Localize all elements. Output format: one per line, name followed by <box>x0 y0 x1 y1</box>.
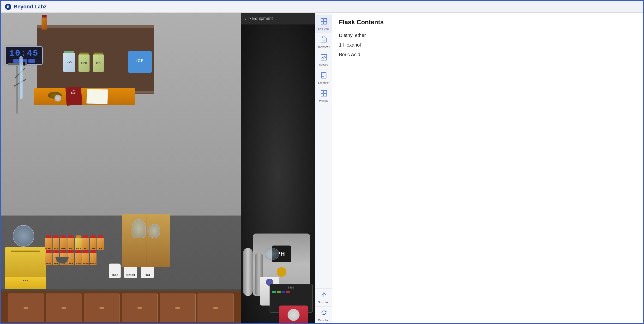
bottle-alcl3[interactable]: AlCl₃ <box>52 236 59 250</box>
flask-round[interactable] <box>148 224 160 238</box>
lab-book-prop[interactable]: LabBook <box>65 87 82 106</box>
presets-icon <box>320 90 327 98</box>
bottle-socl2[interactable]: SOCl₂ <box>75 250 82 265</box>
drawer-handle-3 <box>99 307 104 309</box>
beyond-labz-logo-icon: B <box>4 3 12 10</box>
large-bottle-h2o[interactable]: H₂O <box>109 264 121 278</box>
lab-book-icon <box>320 72 327 80</box>
svg-rect-2 <box>321 18 324 21</box>
drawer-handle-5 <box>175 307 180 309</box>
shelf-top <box>37 25 154 28</box>
bottle-h2cro4[interactable]: H₂CrO₄ <box>90 250 96 265</box>
srs-btn-1[interactable] <box>272 291 276 293</box>
srs-btn-4[interactable] <box>286 291 290 293</box>
flask-item-3: Boric Acid <box>339 50 636 59</box>
shelf-bottle-6[interactable] <box>42 15 47 30</box>
notepad-prop[interactable] <box>86 88 108 104</box>
drawer-handle-4 <box>137 307 142 309</box>
drawer-2[interactable] <box>46 294 82 322</box>
hot-plate-controls: ● ● ● <box>5 277 46 282</box>
drawer-4[interactable] <box>122 294 158 322</box>
equipment-content: ¹H SRS <box>241 24 315 324</box>
red-item-cap <box>288 309 300 321</box>
stockroom-icon <box>320 36 327 44</box>
bottle-mcpba[interactable]: MCPBA <box>45 236 52 250</box>
svg-text:B: B <box>7 5 9 9</box>
lab-book-label: Lab Book <box>318 81 329 84</box>
srs-btn-3[interactable] <box>282 291 286 293</box>
sidebar-item-live-data[interactable]: Live Data <box>316 15 332 33</box>
drawer-5[interactable] <box>160 294 196 322</box>
drawer-3[interactable] <box>84 294 120 322</box>
equipment-header[interactable]: › > Equipment <box>241 13 315 24</box>
red-item <box>279 306 308 324</box>
svg-rect-15 <box>324 90 327 93</box>
bottle-bh3[interactable]: BH₃ <box>90 236 96 250</box>
equipment-scene: ¹H SRS <box>241 24 315 324</box>
sidebar-item-clear-lab[interactable]: Clear Lab <box>316 307 332 324</box>
lab-scene[interactable]: H₂O EtOH EtO ICE 1 <box>1 13 241 324</box>
shelf-unit: H₂O EtOH EtO ICE <box>37 25 154 94</box>
bottle-naome[interactable]: NaOMe <box>82 250 89 265</box>
round-flask[interactable] <box>13 225 34 247</box>
gas-cylinder-1[interactable] <box>243 248 253 296</box>
sidebar-item-presets[interactable]: Presets <box>316 87 332 105</box>
etoh-bottle[interactable]: EtOH <box>78 52 90 72</box>
flask-contents-panel: Flask Contents Diethyl ether 1-Hexanol B… <box>332 13 643 324</box>
sidebar-item-spectra[interactable]: Spectra <box>316 51 332 69</box>
wooden-crate <box>122 214 170 267</box>
drawer-6[interactable] <box>198 294 234 322</box>
flask-item-2: 1-Hexanol <box>339 40 636 50</box>
equipment-chevron: › <box>245 16 246 21</box>
svg-rect-14 <box>321 90 324 93</box>
equipment-panel: › > Equipment ¹H <box>241 13 315 324</box>
timer-buttons <box>9 59 39 63</box>
spectra-label: Spectra <box>319 63 328 66</box>
nmr-knob[interactable] <box>277 267 286 277</box>
crate-divider <box>146 214 146 267</box>
timer-btn-3[interactable] <box>28 59 35 63</box>
drawer-handle-2 <box>62 307 66 309</box>
reagent-row-2: OsO₄ KOH LDA HNO₃ SOCl₂ NaOMe H₂CrO₄ <box>45 250 96 265</box>
svg-rect-5 <box>324 22 327 24</box>
drawer-handle-1 <box>24 307 28 309</box>
spectra-icon <box>320 54 327 62</box>
srs-btn-2[interactable] <box>277 291 280 293</box>
timer-btn-1[interactable] <box>13 59 20 63</box>
eto-bottle[interactable]: EtO <box>93 52 104 72</box>
bottle-nabh4[interactable]: NaBH₄ <box>60 236 67 250</box>
bottle-hcl-s[interactable]: HCl <box>82 236 89 250</box>
svg-rect-3 <box>324 18 327 21</box>
bottle-h2so4[interactable]: H₂SO₄ <box>75 236 82 250</box>
srs-label: SRS <box>270 284 312 289</box>
drawer-handle-6 <box>213 307 218 309</box>
srs-controls <box>270 289 312 295</box>
stockroom-label: Stockroom <box>317 45 330 48</box>
bottle-pcc[interactable]: PCC <box>68 236 74 250</box>
bottle-oso4[interactable]: OsO₄ <box>45 250 52 265</box>
presets-label: Presets <box>319 99 328 102</box>
sidebar-item-lab-book[interactable]: Lab Book <box>316 69 332 87</box>
sidebar-item-save-lab[interactable]: Save Lab <box>316 289 332 307</box>
svg-rect-16 <box>321 94 324 96</box>
svg-rect-17 <box>324 94 327 96</box>
bench-drawers <box>1 291 241 324</box>
svg-rect-4 <box>321 22 324 24</box>
drawer-1[interactable] <box>8 294 44 322</box>
h2o-bottle[interactable]: H₂O <box>63 51 75 72</box>
reagent-row-1: MCPBA AlCl₃ NaBH₄ PCC H₂SO₄ HCl BH₃ Br₂ <box>45 236 104 250</box>
svg-rect-6 <box>321 38 327 42</box>
timer-display: 10:45 <box>5 46 43 65</box>
beaker-item[interactable] <box>265 248 279 260</box>
bell-shape <box>54 95 61 102</box>
stand-rod <box>16 66 18 114</box>
sidebar-item-stockroom[interactable]: Stockroom <box>316 33 332 51</box>
hot-plate[interactable] <box>5 247 46 280</box>
flask-on-stand[interactable] <box>132 219 146 238</box>
live-data-icon <box>320 18 327 26</box>
clear-lab-label: Clear Lab <box>318 319 330 322</box>
timer-time: 10:45 <box>9 48 39 58</box>
ice-box[interactable]: ICE <box>128 51 152 73</box>
main-layout: H₂O EtOH EtO ICE 1 <box>1 13 643 324</box>
bottle-br2[interactable]: Br₂ <box>97 236 104 250</box>
